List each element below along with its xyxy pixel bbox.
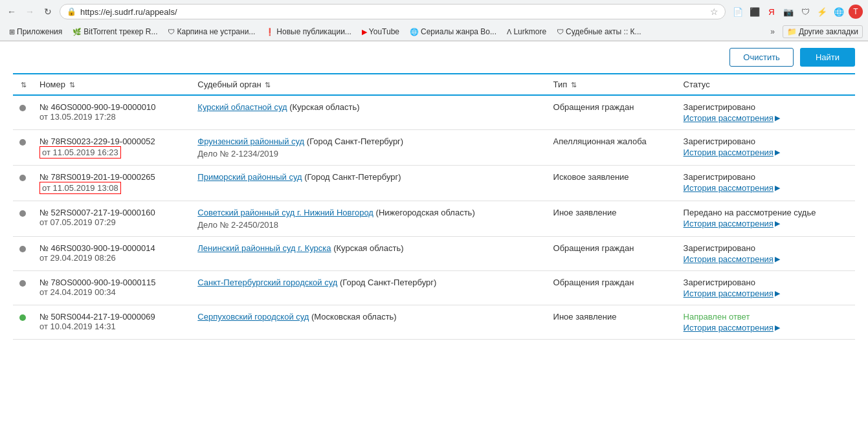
serials-icon: 🌐 [410, 28, 419, 36]
clear-button[interactable]: Очистить [729, 48, 794, 67]
court-cell: Серпуховский городской суд (Московская о… [191, 305, 546, 340]
apps-icon: ⊞ [9, 28, 15, 36]
status-dot-cell [13, 130, 33, 166]
page-content: Очистить Найти ⇅ Номер ⇅ Судебный орган … [0, 41, 868, 340]
status-content: ЗарегистрированоИстория рассмотрения ▶ [684, 172, 849, 193]
history-arrow-icon: ▶ [775, 323, 780, 332]
court-link[interactable]: Серпуховский городской суд [197, 312, 309, 322]
bookmark-youtube-label: YouTube [369, 27, 399, 36]
appeals-table: ⇅ Номер ⇅ Судебный орган ⇅ Тип ⇅ Статус [13, 73, 855, 340]
status-text: Зарегистрировано [684, 278, 849, 287]
status-dot-cell [13, 237, 33, 271]
history-row: История рассмотрения ▶ [684, 254, 849, 264]
screenshot-icon[interactable]: 📷 [781, 5, 796, 19]
address-bar[interactable]: 🔒 https://ej.sudrf.ru/appeals/ ☆ [60, 4, 726, 19]
col-icon-header: ⇅ [13, 74, 33, 95]
forward-button[interactable]: → [23, 5, 36, 18]
court-link[interactable]: Фрунзенский районный суд [197, 137, 304, 146]
history-link[interactable]: История рассмотрения [684, 289, 773, 298]
table-row: № 46RS0030-900-19-0000014от 29.04.2019 0… [13, 237, 855, 271]
court-region: (Курская область) [331, 243, 404, 253]
vpn-icon[interactable]: 🛡 [798, 5, 812, 19]
history-link[interactable]: История рассмотрения [684, 113, 773, 123]
bookmark-bittorrent[interactable]: 🌿 BitTorrent трекер R... [69, 26, 161, 38]
bookmark-apps[interactable]: ⊞ Приложения [5, 26, 66, 38]
status-dot-cell [13, 271, 33, 305]
status-dot [19, 246, 26, 252]
profile-icon[interactable]: T [849, 5, 863, 19]
col-court-label: Судебный орган [197, 80, 261, 89]
history-link[interactable]: История рассмотрения [684, 323, 773, 333]
history-link[interactable]: История рассмотрения [684, 148, 773, 157]
appeal-number: № 78RS0019-201-19-0000265 [39, 172, 184, 182]
extensions-icon[interactable]: ⬛ [748, 5, 762, 19]
history-link[interactable]: История рассмотрения [684, 219, 773, 228]
court-cell: Фрунзенский районный суд (Город Санкт-Пе… [191, 130, 546, 166]
translate-icon[interactable]: 🌐 [832, 5, 846, 19]
bookmarks-more-button[interactable]: » [768, 26, 777, 38]
status-dot [19, 105, 26, 111]
court-region: (Город Санкт-Петербург) [302, 172, 401, 182]
court-link[interactable]: Санкт-Петербургский городской суд [197, 278, 337, 287]
toolbar-icons: 📄 ⬛ Я 📷 🛡 ⚡ 🌐 T [731, 5, 863, 19]
bookmark-serials[interactable]: 🌐 Сериалы жанра Во... [406, 26, 500, 38]
appeal-number-cell: № 52RS0007-217-19-0000160от 07.05.2019 0… [33, 201, 191, 237]
type-cell: Исковое заявление [547, 166, 677, 201]
court-region: (Город Санкт-Петербург) [337, 278, 436, 287]
history-arrow-icon: ▶ [775, 289, 780, 298]
status-cell: ЗарегистрированоИстория рассмотрения ▶ [677, 130, 855, 166]
appeal-date: от 13.05.2019 17:28 [39, 112, 116, 122]
back-button[interactable]: ← [5, 5, 18, 18]
yandex-icon[interactable]: Я [764, 5, 779, 19]
sort-icon-number[interactable]: ⇅ [69, 81, 75, 89]
court-link[interactable]: Приморский районный суд [197, 172, 302, 182]
type-cell: Обращения граждан [547, 237, 677, 271]
status-cell: ЗарегистрированоИстория рассмотрения ▶ [677, 166, 855, 201]
col-type-header: Тип ⇅ [547, 74, 677, 95]
court-link[interactable]: Ленинский районный суд г. Курска [197, 243, 331, 253]
history-link[interactable]: История рассмотрения [684, 254, 773, 264]
col-court-header: Судебный орган ⇅ [191, 74, 546, 95]
appeal-number: № 50RS0044-217-19-0000069 [39, 312, 184, 322]
bookmark-newpubs[interactable]: ❗ Новые публикации... [262, 26, 355, 38]
reload-button[interactable]: ↻ [41, 5, 54, 18]
appeal-number-cell: № 46OS0000-900-19-0000010от 13.05.2019 1… [33, 95, 191, 130]
appeal-number: № 78RS0023-229-19-0000052 [39, 137, 184, 146]
status-cell: Передано на рассмотрение судьеИстория ра… [677, 201, 855, 237]
court-link[interactable]: Советский районный суд г. Нижний Новгоро… [197, 208, 373, 217]
appeal-number-cell: № 78RS0023-229-19-0000052от 11.05.2019 1… [33, 130, 191, 166]
bookmark-youtube[interactable]: ▶ YouTube [358, 26, 403, 38]
case-number: Дело № 2-2450/2018 [197, 220, 540, 230]
bookmark-karpina-label: Карпина не устрани... [177, 27, 255, 36]
pdf-icon[interactable]: 📄 [731, 5, 745, 19]
court-cell: Советский районный суд г. Нижний Новгоро… [191, 201, 546, 237]
status-content: ЗарегистрированоИстория рассмотрения ▶ [684, 137, 849, 157]
bookmark-star-icon[interactable]: ☆ [710, 6, 718, 17]
court-cell: Санкт-Петербургский городской суд (Город… [191, 271, 546, 305]
history-row: История рассмотрения ▶ [684, 323, 849, 333]
table-row: № 46OS0000-900-19-0000010от 13.05.2019 1… [13, 95, 855, 130]
bookmark-serials-label: Сериалы жанра Во... [421, 27, 496, 36]
status-text: Направлен ответ [684, 312, 849, 322]
history-row: История рассмотрения ▶ [684, 148, 849, 157]
history-row: История рассмотрения ▶ [684, 219, 849, 228]
history-row: История рассмотрения ▶ [684, 113, 849, 123]
bookmark-other-folder[interactable]: 📁 Другие закладки [783, 25, 863, 38]
find-button[interactable]: Найти [800, 48, 855, 67]
bookmark-bittorrent-label: BitTorrent трекер R... [83, 27, 157, 36]
status-text: Зарегистрировано [684, 137, 849, 146]
appeal-number: № 46RS0030-900-19-0000014 [39, 243, 184, 253]
sort-icon-type[interactable]: ⇅ [571, 81, 577, 89]
bookmark-karpina[interactable]: 🛡 Карпина не устрани... [164, 26, 259, 38]
history-link[interactable]: История рассмотрения [684, 183, 773, 193]
sort-icon-court[interactable]: ⇅ [265, 81, 271, 89]
appeal-number-cell: № 50RS0044-217-19-0000069от 10.04.2019 1… [33, 305, 191, 340]
bookmark-other-label: Другие закладки [799, 27, 858, 36]
bookmark-sudacts[interactable]: 🛡 Судебные акты :: К... [553, 26, 645, 38]
adblock-icon[interactable]: ⚡ [815, 5, 829, 19]
bookmark-sudacts-label: Судебные акты :: К... [566, 27, 641, 36]
appeal-date: от 24.04.2019 00:34 [39, 287, 116, 297]
court-link[interactable]: Курский областной суд [197, 102, 287, 112]
sort-icon-col0[interactable]: ⇅ [21, 81, 27, 89]
bookmark-lurkmore[interactable]: Λ Lurkmore [503, 26, 550, 38]
